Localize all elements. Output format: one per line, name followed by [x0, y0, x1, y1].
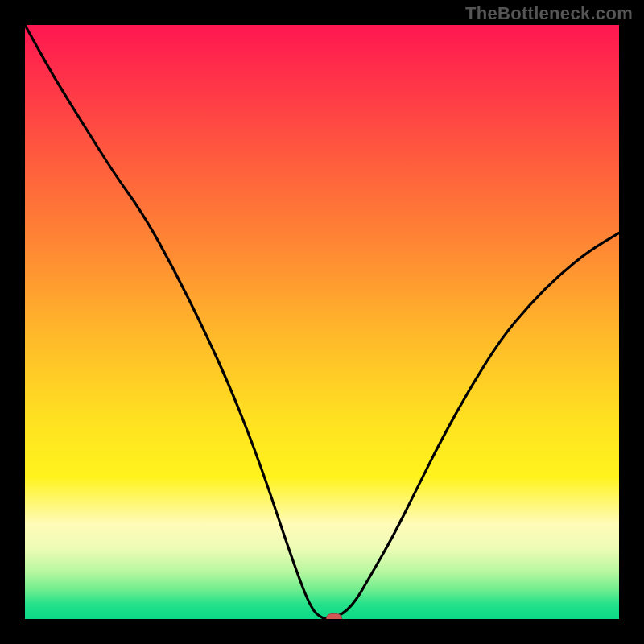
watermark-text: TheBottleneck.com [465, 3, 633, 24]
bottleneck-curve [25, 25, 619, 619]
chart-frame: TheBottleneck.com [0, 0, 644, 644]
optimum-marker [326, 613, 342, 619]
plot-area [25, 25, 619, 619]
